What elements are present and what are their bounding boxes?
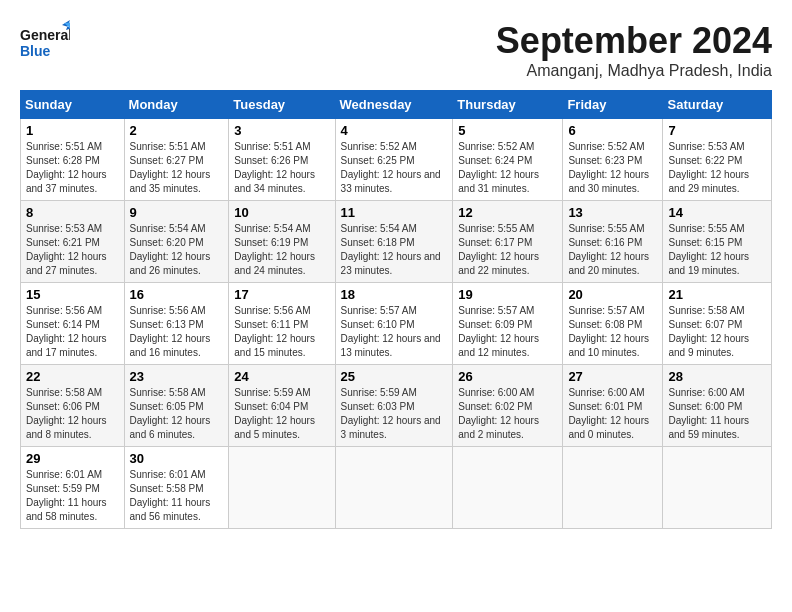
day-number: 5 xyxy=(458,123,557,138)
day-number: 30 xyxy=(130,451,224,466)
day-detail: Sunrise: 6:00 AMSunset: 6:02 PMDaylight:… xyxy=(458,387,539,440)
day-detail: Sunrise: 5:56 AMSunset: 6:11 PMDaylight:… xyxy=(234,305,315,358)
day-detail: Sunrise: 5:58 AMSunset: 6:07 PMDaylight:… xyxy=(668,305,749,358)
calendar-day-cell: 8 Sunrise: 5:53 AMSunset: 6:21 PMDayligh… xyxy=(21,201,125,283)
calendar-day-cell xyxy=(663,447,772,529)
weekday-header: Saturday xyxy=(663,91,772,119)
day-number: 1 xyxy=(26,123,119,138)
day-number: 28 xyxy=(668,369,766,384)
day-detail: Sunrise: 6:00 AMSunset: 6:00 PMDaylight:… xyxy=(668,387,749,440)
day-number: 24 xyxy=(234,369,329,384)
calendar-day-cell: 10 Sunrise: 5:54 AMSunset: 6:19 PMDaylig… xyxy=(229,201,335,283)
calendar-day-cell: 24 Sunrise: 5:59 AMSunset: 6:04 PMDaylig… xyxy=(229,365,335,447)
day-number: 19 xyxy=(458,287,557,302)
weekday-header: Sunday xyxy=(21,91,125,119)
calendar-day-cell: 5 Sunrise: 5:52 AMSunset: 6:24 PMDayligh… xyxy=(453,119,563,201)
calendar-week-row: 15 Sunrise: 5:56 AMSunset: 6:14 PMDaylig… xyxy=(21,283,772,365)
calendar-header-row: SundayMondayTuesdayWednesdayThursdayFrid… xyxy=(21,91,772,119)
calendar-day-cell xyxy=(563,447,663,529)
day-number: 20 xyxy=(568,287,657,302)
calendar-day-cell: 25 Sunrise: 5:59 AMSunset: 6:03 PMDaylig… xyxy=(335,365,453,447)
calendar-day-cell: 21 Sunrise: 5:58 AMSunset: 6:07 PMDaylig… xyxy=(663,283,772,365)
calendar-day-cell: 26 Sunrise: 6:00 AMSunset: 6:02 PMDaylig… xyxy=(453,365,563,447)
day-number: 10 xyxy=(234,205,329,220)
calendar-day-cell xyxy=(453,447,563,529)
day-detail: Sunrise: 5:55 AMSunset: 6:15 PMDaylight:… xyxy=(668,223,749,276)
day-detail: Sunrise: 5:56 AMSunset: 6:13 PMDaylight:… xyxy=(130,305,211,358)
day-number: 14 xyxy=(668,205,766,220)
calendar-day-cell: 3 Sunrise: 5:51 AMSunset: 6:26 PMDayligh… xyxy=(229,119,335,201)
day-number: 12 xyxy=(458,205,557,220)
day-detail: Sunrise: 5:59 AMSunset: 6:04 PMDaylight:… xyxy=(234,387,315,440)
logo: General Blue xyxy=(20,20,70,65)
calendar-day-cell: 27 Sunrise: 6:00 AMSunset: 6:01 PMDaylig… xyxy=(563,365,663,447)
day-number: 11 xyxy=(341,205,448,220)
day-detail: Sunrise: 5:52 AMSunset: 6:23 PMDaylight:… xyxy=(568,141,649,194)
day-number: 6 xyxy=(568,123,657,138)
calendar-day-cell: 28 Sunrise: 6:00 AMSunset: 6:00 PMDaylig… xyxy=(663,365,772,447)
day-number: 18 xyxy=(341,287,448,302)
calendar-day-cell xyxy=(229,447,335,529)
calendar-table: SundayMondayTuesdayWednesdayThursdayFrid… xyxy=(20,90,772,529)
day-number: 27 xyxy=(568,369,657,384)
calendar-day-cell: 23 Sunrise: 5:58 AMSunset: 6:05 PMDaylig… xyxy=(124,365,229,447)
day-number: 7 xyxy=(668,123,766,138)
day-detail: Sunrise: 5:53 AMSunset: 6:22 PMDaylight:… xyxy=(668,141,749,194)
calendar-day-cell: 4 Sunrise: 5:52 AMSunset: 6:25 PMDayligh… xyxy=(335,119,453,201)
calendar-day-cell: 9 Sunrise: 5:54 AMSunset: 6:20 PMDayligh… xyxy=(124,201,229,283)
day-detail: Sunrise: 5:52 AMSunset: 6:25 PMDaylight:… xyxy=(341,141,441,194)
day-detail: Sunrise: 5:51 AMSunset: 6:27 PMDaylight:… xyxy=(130,141,211,194)
calendar-day-cell: 11 Sunrise: 5:54 AMSunset: 6:18 PMDaylig… xyxy=(335,201,453,283)
calendar-day-cell: 12 Sunrise: 5:55 AMSunset: 6:17 PMDaylig… xyxy=(453,201,563,283)
page-header: General Blue September 2024 Amanganj, Ma… xyxy=(20,20,772,80)
calendar-day-cell: 2 Sunrise: 5:51 AMSunset: 6:27 PMDayligh… xyxy=(124,119,229,201)
day-number: 29 xyxy=(26,451,119,466)
day-detail: Sunrise: 5:58 AMSunset: 6:05 PMDaylight:… xyxy=(130,387,211,440)
logo-bird-icon: General Blue xyxy=(20,20,70,65)
calendar-week-row: 22 Sunrise: 5:58 AMSunset: 6:06 PMDaylig… xyxy=(21,365,772,447)
calendar-day-cell: 18 Sunrise: 5:57 AMSunset: 6:10 PMDaylig… xyxy=(335,283,453,365)
title-section: September 2024 Amanganj, Madhya Pradesh,… xyxy=(496,20,772,80)
day-number: 3 xyxy=(234,123,329,138)
day-number: 21 xyxy=(668,287,766,302)
svg-text:Blue: Blue xyxy=(20,43,51,59)
location-subtitle: Amanganj, Madhya Pradesh, India xyxy=(496,62,772,80)
day-detail: Sunrise: 5:52 AMSunset: 6:24 PMDaylight:… xyxy=(458,141,539,194)
day-number: 17 xyxy=(234,287,329,302)
svg-text:General: General xyxy=(20,27,70,43)
calendar-day-cell: 1 Sunrise: 5:51 AMSunset: 6:28 PMDayligh… xyxy=(21,119,125,201)
day-detail: Sunrise: 5:59 AMSunset: 6:03 PMDaylight:… xyxy=(341,387,441,440)
calendar-day-cell: 20 Sunrise: 5:57 AMSunset: 6:08 PMDaylig… xyxy=(563,283,663,365)
day-detail: Sunrise: 5:55 AMSunset: 6:16 PMDaylight:… xyxy=(568,223,649,276)
month-title: September 2024 xyxy=(496,20,772,62)
day-number: 15 xyxy=(26,287,119,302)
day-number: 4 xyxy=(341,123,448,138)
day-number: 25 xyxy=(341,369,448,384)
calendar-week-row: 29 Sunrise: 6:01 AMSunset: 5:59 PMDaylig… xyxy=(21,447,772,529)
day-detail: Sunrise: 5:57 AMSunset: 6:08 PMDaylight:… xyxy=(568,305,649,358)
day-number: 2 xyxy=(130,123,224,138)
calendar-day-cell: 7 Sunrise: 5:53 AMSunset: 6:22 PMDayligh… xyxy=(663,119,772,201)
day-number: 8 xyxy=(26,205,119,220)
calendar-day-cell: 17 Sunrise: 5:56 AMSunset: 6:11 PMDaylig… xyxy=(229,283,335,365)
weekday-header: Friday xyxy=(563,91,663,119)
calendar-week-row: 8 Sunrise: 5:53 AMSunset: 6:21 PMDayligh… xyxy=(21,201,772,283)
day-detail: Sunrise: 5:58 AMSunset: 6:06 PMDaylight:… xyxy=(26,387,107,440)
day-detail: Sunrise: 5:54 AMSunset: 6:20 PMDaylight:… xyxy=(130,223,211,276)
day-number: 13 xyxy=(568,205,657,220)
day-detail: Sunrise: 5:57 AMSunset: 6:10 PMDaylight:… xyxy=(341,305,441,358)
day-detail: Sunrise: 5:53 AMSunset: 6:21 PMDaylight:… xyxy=(26,223,107,276)
day-detail: Sunrise: 5:51 AMSunset: 6:26 PMDaylight:… xyxy=(234,141,315,194)
calendar-day-cell: 13 Sunrise: 5:55 AMSunset: 6:16 PMDaylig… xyxy=(563,201,663,283)
calendar-day-cell: 29 Sunrise: 6:01 AMSunset: 5:59 PMDaylig… xyxy=(21,447,125,529)
weekday-header: Monday xyxy=(124,91,229,119)
day-detail: Sunrise: 5:54 AMSunset: 6:19 PMDaylight:… xyxy=(234,223,315,276)
day-detail: Sunrise: 6:01 AMSunset: 5:59 PMDaylight:… xyxy=(26,469,107,522)
day-detail: Sunrise: 6:01 AMSunset: 5:58 PMDaylight:… xyxy=(130,469,211,522)
day-detail: Sunrise: 5:56 AMSunset: 6:14 PMDaylight:… xyxy=(26,305,107,358)
day-number: 26 xyxy=(458,369,557,384)
day-detail: Sunrise: 5:54 AMSunset: 6:18 PMDaylight:… xyxy=(341,223,441,276)
weekday-header: Thursday xyxy=(453,91,563,119)
weekday-header: Wednesday xyxy=(335,91,453,119)
calendar-day-cell: 16 Sunrise: 5:56 AMSunset: 6:13 PMDaylig… xyxy=(124,283,229,365)
